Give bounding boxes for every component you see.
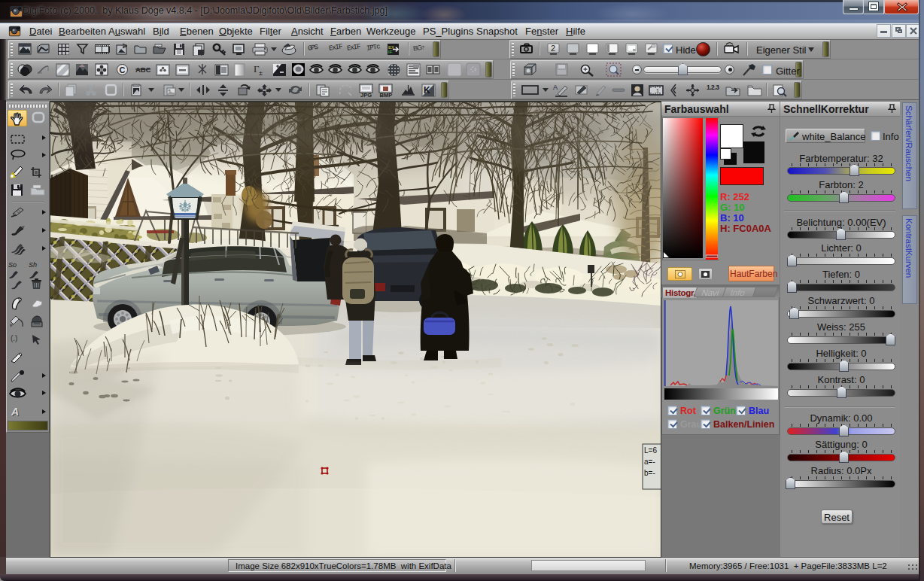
svg-text:1: 1: [656, 88, 659, 93]
svg-text:EX: EX: [388, 45, 394, 50]
svg-text:A: A: [553, 84, 558, 91]
svg-text:C: C: [120, 65, 126, 75]
svg-text:L=6: L=6: [644, 446, 657, 455]
svg-text:K: K: [424, 85, 430, 96]
svg-text:b=-: b=-: [644, 469, 655, 477]
svg-text:±: ±: [259, 69, 263, 76]
svg-text:a=-: a=-: [644, 458, 655, 466]
svg-text:IF: IF: [388, 50, 393, 54]
svg-text:BMP: BMP: [380, 92, 393, 98]
svg-text:2: 2: [551, 44, 555, 53]
svg-text:JPG: JPG: [360, 92, 372, 98]
